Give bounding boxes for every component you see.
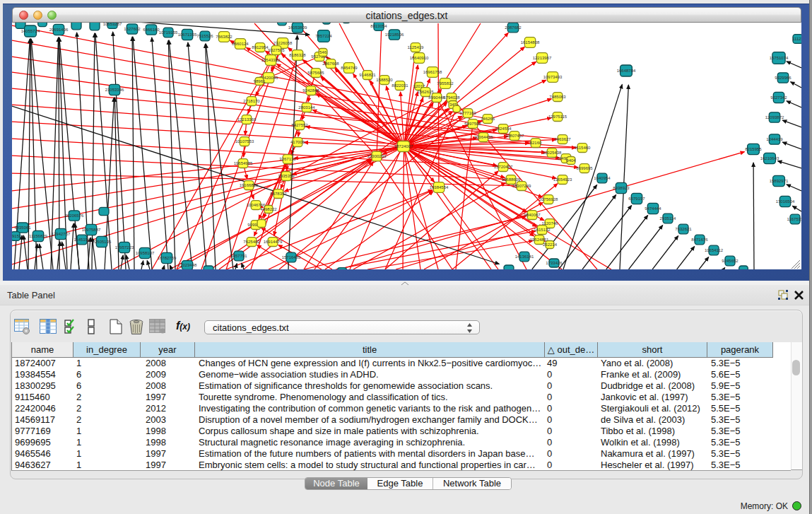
svg-text:1935359: 1935359 <box>278 174 295 178</box>
svg-text:4498222: 4498222 <box>260 207 277 211</box>
svg-text:12942757: 12942757 <box>52 232 71 236</box>
svg-text:8678352: 8678352 <box>270 192 287 196</box>
svg-text:1733426: 1733426 <box>546 261 563 265</box>
svg-text:8215955: 8215955 <box>745 147 762 151</box>
svg-text:19384554: 19384554 <box>430 185 449 189</box>
svg-text:8938923: 8938923 <box>613 186 630 190</box>
svg-text:8822031: 8822031 <box>392 83 408 88</box>
svg-text:6699695: 6699695 <box>576 166 593 170</box>
svg-text:8813054: 8813054 <box>370 24 387 28</box>
svg-text:1125419: 1125419 <box>408 45 425 49</box>
svg-text:12093872: 12093872 <box>765 115 784 119</box>
svg-text:20364436: 20364436 <box>474 135 493 139</box>
svg-text:19218506: 19218506 <box>385 33 404 37</box>
svg-text:1167533: 1167533 <box>787 217 801 221</box>
svg-text:9327505: 9327505 <box>268 48 285 52</box>
svg-text:8660124: 8660124 <box>232 42 249 46</box>
svg-text:6794028: 6794028 <box>443 95 460 100</box>
svg-text:10719155: 10719155 <box>159 30 178 35</box>
svg-text:23226058: 23226058 <box>273 41 293 45</box>
svg-text:12505135: 12505135 <box>93 240 112 244</box>
svg-text:252214: 252214 <box>543 243 558 247</box>
svg-text:9463627: 9463627 <box>554 137 571 141</box>
svg-text:7955812: 7955812 <box>437 81 454 86</box>
svg-text:18724007: 18724007 <box>394 144 413 148</box>
svg-text:10653287: 10653287 <box>103 23 122 26</box>
svg-text:6466160: 6466160 <box>143 28 160 32</box>
svg-text:10654112: 10654112 <box>705 248 724 252</box>
svg-text:9777169: 9777169 <box>459 111 476 115</box>
svg-text:9245652: 9245652 <box>722 259 739 263</box>
svg-text:12975115: 12975115 <box>548 115 567 119</box>
svg-text:15716485: 15716485 <box>282 255 301 259</box>
svg-text:19166825: 19166825 <box>240 183 259 187</box>
svg-text:6497508: 6497508 <box>464 122 481 126</box>
svg-text:4835061: 4835061 <box>14 226 31 230</box>
svg-text:10973493: 10973493 <box>543 75 563 79</box>
svg-text:9474444: 9474444 <box>645 206 661 211</box>
svg-text:20756928: 20756928 <box>539 197 558 201</box>
svg-text:2718170: 2718170 <box>243 99 260 103</box>
svg-text:12213967: 12213967 <box>533 56 552 60</box>
svg-text:21053346: 21053346 <box>105 88 124 92</box>
svg-text:16154808: 16154808 <box>521 40 540 45</box>
svg-text:7625402: 7625402 <box>243 240 260 244</box>
svg-text:15720407: 15720407 <box>494 165 513 169</box>
svg-text:8186328: 8186328 <box>289 53 306 57</box>
svg-text:10543382: 10543382 <box>261 58 281 62</box>
svg-text:1615132: 1615132 <box>534 228 551 232</box>
svg-text:9227342: 9227342 <box>770 95 787 100</box>
svg-text:39151: 39151 <box>12 234 22 238</box>
svg-text:62160: 62160 <box>530 141 542 145</box>
svg-text:12323448: 12323448 <box>178 263 197 267</box>
svg-text:19654985: 19654985 <box>234 161 253 165</box>
svg-text:23300293: 23300293 <box>367 154 387 158</box>
svg-text:16782759: 16782759 <box>158 256 177 260</box>
svg-text:10958107: 10958107 <box>136 251 155 255</box>
svg-text:9146821: 9146821 <box>359 73 376 77</box>
svg-text:98961: 98961 <box>254 79 266 83</box>
svg-text:9115460: 9115460 <box>575 146 592 150</box>
svg-text:15892971: 15892971 <box>770 179 789 183</box>
svg-text:9242848: 9242848 <box>302 88 319 93</box>
svg-text:546: 546 <box>319 50 327 54</box>
svg-text:16914479: 16914479 <box>264 240 283 244</box>
svg-text:16961758: 16961758 <box>423 70 442 74</box>
svg-text:5875685: 5875685 <box>307 71 324 75</box>
svg-text:7632621: 7632621 <box>675 227 692 231</box>
svg-text:8471676: 8471676 <box>691 238 708 242</box>
svg-text:2935114: 2935114 <box>660 216 677 221</box>
svg-text:16640910: 16640910 <box>410 56 429 60</box>
svg-text:3267130: 3267130 <box>279 157 296 161</box>
svg-text:9840067: 9840067 <box>524 213 541 217</box>
svg-text:7857224: 7857224 <box>315 34 332 38</box>
svg-text:9457791: 9457791 <box>230 254 247 258</box>
svg-text:7663822: 7663822 <box>216 35 233 39</box>
svg-text:7485063: 7485063 <box>549 95 566 99</box>
svg-text:1527602: 1527602 <box>124 27 141 31</box>
svg-text:1145194: 1145194 <box>74 238 91 242</box>
svg-text:12213369: 12213369 <box>237 117 257 122</box>
svg-text:1588520: 1588520 <box>376 78 393 82</box>
svg-text:746266: 746266 <box>481 117 495 121</box>
svg-text:20206576: 20206576 <box>65 214 84 218</box>
svg-text:10107553: 10107553 <box>235 139 254 144</box>
svg-text:16648784: 16648784 <box>617 69 636 73</box>
svg-text:14055724: 14055724 <box>21 29 40 33</box>
svg-text:417006: 417006 <box>290 140 305 144</box>
svg-text:1562615: 1562615 <box>417 90 434 94</box>
svg-text:1824554: 1824554 <box>495 127 512 131</box>
svg-text:11123: 11123 <box>792 37 801 41</box>
svg-text:10807457: 10807457 <box>505 134 524 138</box>
svg-text:14136141: 14136141 <box>515 255 534 259</box>
svg-text:7515526: 7515526 <box>196 34 213 38</box>
svg-text:9329966: 9329966 <box>775 76 792 80</box>
svg-text:9404: 9404 <box>566 158 576 163</box>
svg-text:15751074: 15751074 <box>770 56 789 60</box>
svg-text:17957223: 17957223 <box>115 245 134 250</box>
svg-text:8912954: 8912954 <box>252 45 269 49</box>
svg-text:17016504: 17016504 <box>776 199 795 204</box>
svg-text:11156829: 11156829 <box>29 234 47 238</box>
svg-text:2803144: 2803144 <box>298 105 315 110</box>
svg-text:13654923: 13654923 <box>553 177 572 182</box>
